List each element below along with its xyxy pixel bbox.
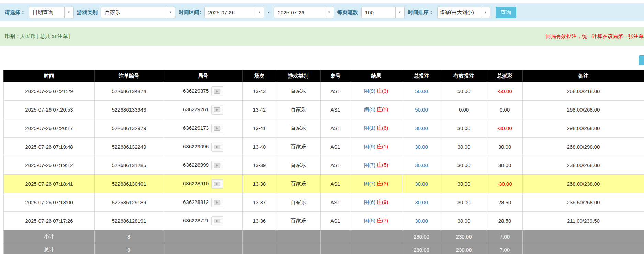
table-row: 2025-07-26 07:18:41 522686130401 6362289… (4, 175, 644, 193)
cell-bet-id: 522686133943 (95, 101, 163, 119)
chevron-down-icon[interactable]: ▼ (395, 7, 405, 18)
cell-remark: 211.00/239.50 (523, 212, 644, 230)
range-separator: ~ (268, 10, 271, 15)
cell-bet-id: 522686129189 (95, 193, 163, 212)
game-replay-icon (214, 126, 220, 131)
replay-button[interactable] (211, 124, 223, 133)
cell-result: 闲(1) 庄(6) (350, 119, 402, 138)
result-banker: 庄(6) (377, 125, 388, 131)
total-bet-link[interactable]: 30.00 (415, 162, 428, 168)
cell-table-no: AS1 (321, 82, 350, 101)
header-payout: 总派彩 (487, 70, 523, 82)
game-replay-icon (214, 219, 220, 223)
total-bet-link[interactable]: 30.00 (415, 125, 428, 131)
cell-remark: 239.50/268.00 (523, 193, 644, 212)
cell-game: 百家乐 (276, 212, 321, 230)
cell-valid-bet: 0.00 (441, 101, 487, 119)
table-header-row: 时间 注单编号 局号 场次 游戏类别 桌号 结果 总投注 有效投注 总派彩 备注 (4, 70, 644, 82)
chevron-down-icon[interactable]: ▼ (481, 7, 490, 18)
cell-result: 闲(9) 庄(1) (350, 138, 402, 156)
cell-remark: 268.00/218.00 (523, 82, 644, 101)
table-row: 2025-07-26 07:18:00 522686129189 6362288… (4, 193, 644, 212)
cell-table-no: AS1 (321, 138, 350, 156)
chevron-down-icon[interactable]: ▼ (325, 7, 334, 18)
query-type-value[interactable]: 日期查询 (29, 7, 65, 18)
round-number: 636229173 (183, 125, 209, 130)
total-total-bet: 280.00 (402, 243, 441, 254)
total-bet-link[interactable]: 30.00 (415, 199, 428, 205)
cell-payout: 28.50 (487, 193, 523, 212)
partial-edge-button[interactable] (639, 55, 644, 65)
result-player: 闲(5) (364, 106, 375, 112)
cell-total-bet: 30.00 (402, 119, 441, 138)
time-sort-select[interactable]: 降幂(由大到小) ▼ (437, 7, 490, 18)
replay-button[interactable] (211, 179, 223, 189)
page-size-select[interactable]: 100 ▼ (361, 7, 405, 18)
table-row: 2025-07-26 07:21:29 522686134874 6362293… (4, 82, 644, 101)
header-bet-id: 注单编号 (95, 70, 163, 82)
cell-valid-bet: 30.00 (441, 212, 487, 230)
subtotal-valid-bet: 230.00 (441, 230, 487, 243)
total-bet-link[interactable]: 50.00 (415, 88, 428, 94)
replay-button[interactable] (211, 86, 223, 96)
page-size-value[interactable]: 100 (361, 7, 396, 18)
cell-remark: 268.00/268.00 (523, 101, 644, 119)
replay-button[interactable] (211, 161, 223, 170)
replay-button[interactable] (211, 198, 223, 207)
cell-game: 百家乐 (276, 82, 321, 101)
header-round: 局号 (163, 70, 243, 82)
subtotal-count: 8 (95, 230, 163, 243)
total-bet-link[interactable]: 30.00 (415, 181, 428, 187)
result-player: 闲(9) (364, 143, 375, 149)
cell-game: 百家乐 (276, 101, 321, 119)
game-replay-icon (214, 89, 220, 94)
info-bar: 币别：人民币 | 总共 :8 注单 | 同局有效投注，统一计算在该局第一张注单内 (0, 27, 644, 46)
subtotal-payout: 7.00 (487, 230, 523, 243)
cell-round: 636228999 (163, 156, 243, 175)
result-banker: 庄(3) (377, 88, 388, 94)
result-player: 闲(7) (364, 181, 375, 186)
table-row: 2025-07-26 07:20:53 522686133943 6362292… (4, 101, 644, 119)
chevron-down-icon[interactable]: ▼ (166, 7, 175, 18)
round-number: 636229096 (183, 143, 209, 149)
cell-game: 百家乐 (276, 119, 321, 138)
cell-time: 2025-07-26 07:19:12 (4, 156, 95, 175)
date-from-picker[interactable]: 2025-07-26 ▼ (204, 7, 264, 18)
cell-total-bet: 30.00 (402, 175, 441, 193)
round-number: 636228910 (183, 180, 209, 186)
cell-valid-bet: 30.00 (441, 156, 487, 175)
result-banker: 庄(1) (377, 143, 388, 149)
query-type-select[interactable]: 日期查询 ▼ (29, 7, 74, 18)
game-category-select[interactable]: 百家乐 ▼ (101, 7, 175, 18)
cell-session: 13-43 (243, 82, 276, 101)
total-bet-link[interactable]: 30.00 (415, 218, 428, 224)
time-sort-value[interactable]: 降幂(由大到小) (437, 7, 481, 18)
chevron-down-icon[interactable]: ▼ (255, 7, 264, 18)
cell-round: 636229173 (163, 119, 243, 138)
total-bet-link[interactable]: 50.00 (415, 107, 428, 113)
cell-bet-id: 522686132979 (95, 119, 163, 138)
cell-bet-id: 522686128191 (95, 212, 163, 230)
cell-table-no: AS1 (321, 193, 350, 212)
date-to-picker[interactable]: 2025-07-26 ▼ (274, 7, 334, 18)
chevron-down-icon[interactable]: ▼ (64, 7, 74, 18)
cell-time: 2025-07-26 07:18:41 (4, 175, 95, 193)
total-bet-link[interactable]: 30.00 (415, 144, 428, 150)
cell-round: 636228910 (163, 175, 243, 193)
game-category-value[interactable]: 百家乐 (101, 7, 166, 18)
date-from-value[interactable]: 2025-07-26 (204, 7, 255, 18)
replay-button[interactable] (211, 142, 223, 152)
round-number: 636228999 (183, 162, 209, 168)
result-banker: 庄(7) (377, 218, 388, 223)
header-table-no: 桌号 (321, 70, 350, 82)
cell-remark: 298.00/268.00 (523, 119, 644, 138)
cell-result: 闲(7) 庄(5) (350, 156, 402, 175)
date-to-value[interactable]: 2025-07-26 (274, 7, 325, 18)
subtotal-label: 小计 (4, 230, 95, 243)
replay-button[interactable] (211, 216, 223, 226)
cell-round: 636228721 (163, 212, 243, 230)
replay-button[interactable] (211, 105, 223, 115)
cell-payout: -30.00 (487, 119, 523, 138)
cell-table-no: AS1 (321, 101, 350, 119)
query-button[interactable]: 查询 (496, 7, 516, 18)
